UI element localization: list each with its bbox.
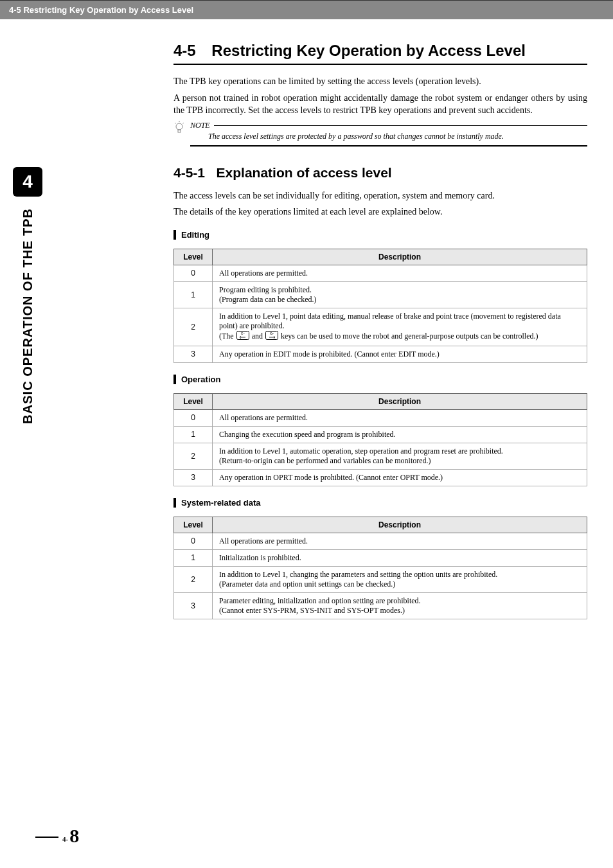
table-row: 3 Any operation in OPRT mode is prohibit… — [174, 469, 587, 486]
desc-cell: Any operation in EDIT mode is prohibited… — [213, 346, 587, 362]
desc-cell: In addition to Level 1, changing the par… — [213, 566, 587, 592]
col-level: Level — [174, 517, 213, 533]
main-content: 4-5 Restricting Key Operation by Access … — [0, 19, 613, 619]
desc-cell: All operations are permitted. — [213, 409, 587, 426]
level-cell: 2 — [174, 566, 213, 592]
footer-dash — [35, 837, 58, 838]
col-desc: Description — [213, 249, 587, 265]
svg-line-4 — [183, 123, 184, 124]
desc-cell: All operations are permitted. — [213, 265, 587, 281]
svg-line-3 — [175, 123, 176, 124]
subsection-title: 4-5-1 Explanation of access level — [173, 165, 587, 181]
level-cell: 0 — [174, 409, 213, 426]
section-number: 4-5 — [173, 42, 196, 59]
level-cell: 1 — [174, 426, 213, 443]
svg-text:X−: X− — [241, 332, 245, 335]
col-level: Level — [174, 393, 213, 409]
lightbulb-icon — [173, 121, 185, 137]
svg-rect-1 — [178, 130, 181, 132]
desc-cell: All operations are permitted. — [213, 533, 587, 549]
editing-table: Level Description 0 All operations are p… — [173, 249, 587, 363]
table-row: 2 In addition to Level 1, changing the p… — [174, 566, 587, 592]
operation-heading: Operation — [173, 375, 587, 384]
desc-cell: In addition to Level 1, automatic operat… — [213, 443, 587, 469]
desc-cell: Initialization is prohibited. — [213, 549, 587, 566]
table-row: 3 Any operation in EDIT mode is prohibit… — [174, 346, 587, 362]
table-row: 1 Initialization is prohibited. — [174, 549, 587, 566]
chapter-number: 4 — [22, 172, 33, 192]
level-cell: 0 — [174, 265, 213, 281]
sidebar: 4 BASIC OPERATION OF THE TPB — [13, 167, 42, 424]
level-cell: 1 — [174, 281, 213, 308]
table-header-row: Level Description — [174, 393, 587, 409]
footer-chapter: 4- — [62, 835, 68, 843]
table-header-row: Level Description — [174, 517, 587, 533]
note-text: The access level settings are protected … — [190, 130, 587, 143]
editing-heading: Editing — [173, 230, 587, 240]
operation-table: Level Description 0 All operations are p… — [173, 393, 587, 486]
intro-paragraph-1: The TPB key operations can be limited by… — [173, 75, 587, 88]
x-minus-key-icon: X− — [236, 331, 249, 342]
table-row: 1 Changing the execution speed and progr… — [174, 426, 587, 443]
table-header-row: Level Description — [174, 249, 587, 265]
subsection-p2: The details of the key operations limite… — [173, 206, 587, 218]
level-cell: 0 — [174, 533, 213, 549]
level-cell: 2 — [174, 443, 213, 469]
chapter-tab: 4 — [13, 167, 42, 197]
svg-point-0 — [176, 123, 182, 130]
level-cell: 3 — [174, 346, 213, 362]
sidebar-title: BASIC OPERATION OF THE TPB — [21, 208, 35, 424]
system-heading: System-related data — [173, 498, 587, 508]
subsection-title-text: Explanation of access level — [217, 165, 392, 180]
table-row: 0 All operations are permitted. — [174, 409, 587, 426]
x-plus-key-icon: X+ — [265, 331, 278, 342]
col-desc: Description — [213, 517, 587, 533]
col-level: Level — [174, 249, 213, 265]
intro-paragraph-2: A person not trained in robot operation … — [173, 92, 587, 117]
breadcrumb-bar: 4-5 Restricting Key Operation by Access … — [0, 0, 613, 19]
section-title: 4-5 Restricting Key Operation by Access … — [173, 42, 587, 65]
level-cell: 3 — [174, 469, 213, 486]
breadcrumb-text: 4-5 Restricting Key Operation by Access … — [9, 5, 193, 15]
note-block: NOTE The access level settings are prote… — [173, 121, 587, 147]
svg-text:X+: X+ — [270, 332, 274, 335]
section-title-text: Restricting Key Operation by Access Leve… — [211, 42, 526, 59]
note-divider-bottom — [190, 145, 587, 147]
footer-page: 8 — [69, 826, 79, 846]
desc-cell: Parameter editing, initialization and op… — [213, 592, 587, 619]
table-row: 0 All operations are permitted. — [174, 533, 587, 549]
system-table: Level Description 0 All operations are p… — [173, 517, 587, 619]
page-footer: 4- 8 — [35, 826, 79, 846]
desc-cell: Changing the execution speed and program… — [213, 426, 587, 443]
desc-cell: Program editing is prohibited. (Program … — [213, 281, 587, 308]
col-desc: Description — [213, 393, 587, 409]
level-cell: 1 — [174, 549, 213, 566]
subsection-p1: The access levels can be set individuall… — [173, 190, 587, 202]
note-label: NOTE — [190, 121, 210, 130]
subsection-number: 4-5-1 — [173, 165, 205, 180]
table-row: 1 Program editing is prohibited. (Progra… — [174, 281, 587, 308]
table-row: 0 All operations are permitted. — [174, 265, 587, 281]
note-divider-top — [214, 125, 587, 126]
level-cell: 3 — [174, 592, 213, 619]
level-cell: 2 — [174, 308, 213, 346]
table-row: 3 Parameter editing, initialization and … — [174, 592, 587, 619]
desc-cell: Any operation in OPRT mode is prohibited… — [213, 469, 587, 486]
table-row: 2 In addition to Level 1, automatic oper… — [174, 443, 587, 469]
desc-cell: In addition to Level 1, point data editi… — [213, 308, 587, 346]
table-row: 2 In addition to Level 1, point data edi… — [174, 308, 587, 346]
